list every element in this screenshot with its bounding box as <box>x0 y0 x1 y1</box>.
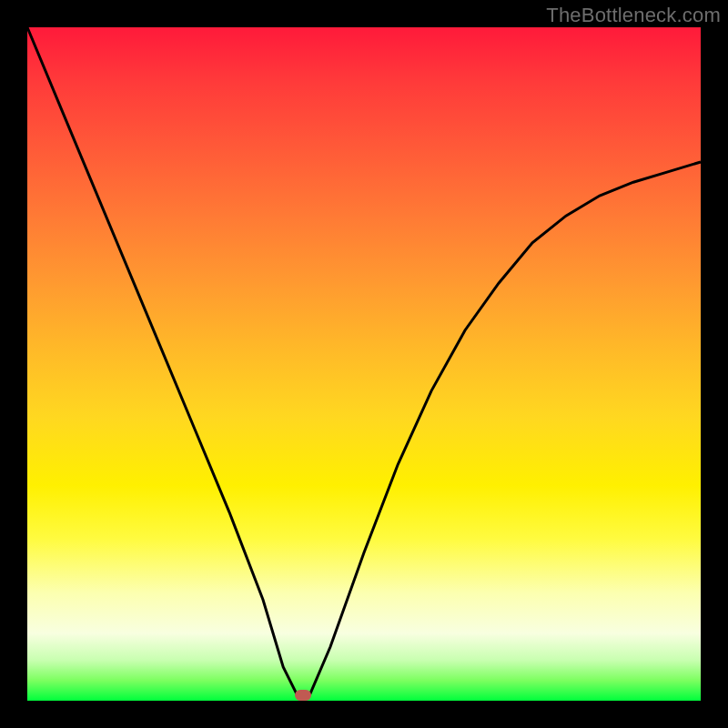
bottleneck-curve <box>27 27 701 701</box>
plot-area <box>27 27 701 701</box>
chart-stage: TheBottleneck.com <box>0 0 728 728</box>
optimum-marker <box>295 690 311 701</box>
curve-svg <box>27 27 701 701</box>
watermark-text: TheBottleneck.com <box>546 4 721 27</box>
